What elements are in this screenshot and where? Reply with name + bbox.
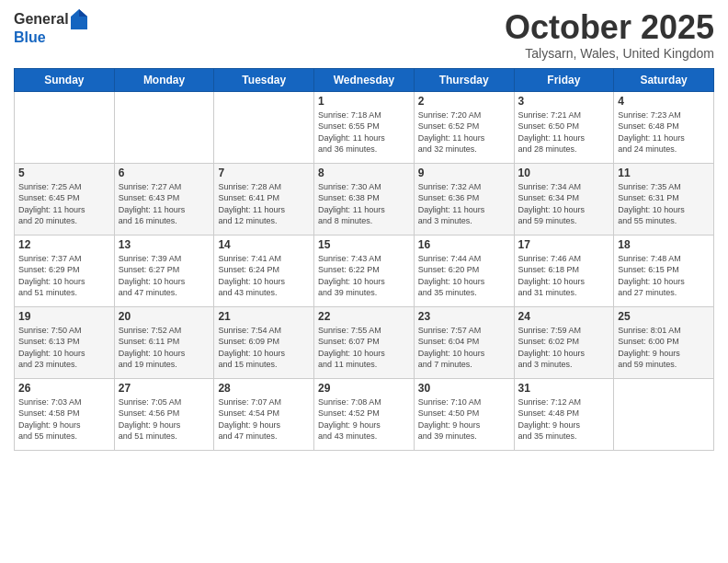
table-cell: 9Sunrise: 7:32 AM Sunset: 6:36 PM Daylig… <box>414 163 514 235</box>
table-cell: 24Sunrise: 7:59 AM Sunset: 6:02 PM Dayli… <box>514 306 614 378</box>
day-number: 8 <box>318 167 410 179</box>
calendar: Sunday Monday Tuesday Wednesday Thursday… <box>14 68 714 451</box>
day-info: Sunrise: 7:48 AM Sunset: 6:15 PM Dayligh… <box>618 253 710 299</box>
day-info: Sunrise: 7:37 AM Sunset: 6:29 PM Dayligh… <box>18 253 110 299</box>
svg-marker-1 <box>79 9 87 17</box>
table-cell: 25Sunrise: 8:01 AM Sunset: 6:00 PM Dayli… <box>614 306 714 378</box>
location: Talysarn, Wales, United Kingdom <box>505 46 714 61</box>
day-number: 18 <box>618 238 710 251</box>
day-info: Sunrise: 7:12 AM Sunset: 4:48 PM Dayligh… <box>518 396 610 442</box>
day-info: Sunrise: 7:54 AM Sunset: 6:09 PM Dayligh… <box>218 325 310 371</box>
table-cell: 17Sunrise: 7:46 AM Sunset: 6:18 PM Dayli… <box>514 235 614 306</box>
month-title: October 2025 <box>505 9 714 46</box>
day-number: 11 <box>618 167 710 179</box>
table-cell: 23Sunrise: 7:57 AM Sunset: 6:04 PM Dayli… <box>414 306 514 378</box>
table-cell: 13Sunrise: 7:39 AM Sunset: 6:27 PM Dayli… <box>114 235 214 306</box>
day-number: 1 <box>318 95 410 108</box>
table-cell: 21Sunrise: 7:54 AM Sunset: 6:09 PM Dayli… <box>214 306 314 378</box>
day-info: Sunrise: 7:32 AM Sunset: 6:36 PM Dayligh… <box>418 181 510 227</box>
day-info: Sunrise: 7:52 AM Sunset: 6:11 PM Dayligh… <box>119 325 210 371</box>
table-cell: 4Sunrise: 7:23 AM Sunset: 6:48 PM Daylig… <box>614 91 714 163</box>
day-number: 16 <box>418 238 510 251</box>
day-number: 9 <box>418 167 510 179</box>
day-info: Sunrise: 7:08 AM Sunset: 4:52 PM Dayligh… <box>318 396 410 442</box>
table-cell: 27Sunrise: 7:05 AM Sunset: 4:56 PM Dayli… <box>114 378 214 450</box>
day-info: Sunrise: 7:07 AM Sunset: 4:54 PM Dayligh… <box>218 396 310 442</box>
page-container: General Blue October 2025 Talysarn, Wale… <box>0 0 728 460</box>
table-cell: 15Sunrise: 7:43 AM Sunset: 6:22 PM Dayli… <box>314 235 415 306</box>
day-number: 3 <box>518 95 610 108</box>
day-number: 17 <box>518 238 610 251</box>
day-number: 24 <box>518 310 610 323</box>
day-number: 12 <box>18 238 110 251</box>
day-number: 2 <box>418 95 510 108</box>
day-info: Sunrise: 7:41 AM Sunset: 6:24 PM Dayligh… <box>218 253 310 299</box>
day-number: 21 <box>218 310 310 323</box>
table-cell: 3Sunrise: 7:21 AM Sunset: 6:50 PM Daylig… <box>514 91 614 163</box>
day-info: Sunrise: 7:18 AM Sunset: 6:55 PM Dayligh… <box>318 109 410 155</box>
logo-general: General <box>14 11 69 28</box>
day-info: Sunrise: 7:23 AM Sunset: 6:48 PM Dayligh… <box>618 109 710 155</box>
table-cell <box>114 91 214 163</box>
table-cell: 11Sunrise: 7:35 AM Sunset: 6:31 PM Dayli… <box>614 163 714 235</box>
day-number: 4 <box>618 95 710 108</box>
day-number: 22 <box>318 310 410 323</box>
table-cell: 8Sunrise: 7:30 AM Sunset: 6:38 PM Daylig… <box>314 163 415 235</box>
table-cell: 26Sunrise: 7:03 AM Sunset: 4:58 PM Dayli… <box>15 378 115 450</box>
day-info: Sunrise: 7:46 AM Sunset: 6:18 PM Dayligh… <box>518 253 610 299</box>
day-info: Sunrise: 7:05 AM Sunset: 4:56 PM Dayligh… <box>119 396 210 442</box>
col-tuesday: Tuesday <box>214 68 314 91</box>
table-cell: 29Sunrise: 7:08 AM Sunset: 4:52 PM Dayli… <box>314 378 415 450</box>
day-number: 15 <box>318 238 410 251</box>
week-row-1: 1Sunrise: 7:18 AM Sunset: 6:55 PM Daylig… <box>15 91 714 163</box>
day-info: Sunrise: 7:10 AM Sunset: 4:50 PM Dayligh… <box>418 396 510 442</box>
day-info: Sunrise: 7:21 AM Sunset: 6:50 PM Dayligh… <box>518 109 610 155</box>
logo: General Blue <box>14 9 87 46</box>
day-number: 10 <box>518 167 610 179</box>
table-cell <box>15 91 115 163</box>
table-cell: 18Sunrise: 7:48 AM Sunset: 6:15 PM Dayli… <box>614 235 714 306</box>
day-info: Sunrise: 7:30 AM Sunset: 6:38 PM Dayligh… <box>318 181 410 227</box>
day-info: Sunrise: 8:01 AM Sunset: 6:00 PM Dayligh… <box>618 325 710 371</box>
table-cell: 28Sunrise: 7:07 AM Sunset: 4:54 PM Dayli… <box>214 378 314 450</box>
day-number: 20 <box>119 310 210 323</box>
day-number: 31 <box>518 382 610 395</box>
table-cell: 1Sunrise: 7:18 AM Sunset: 6:55 PM Daylig… <box>314 91 415 163</box>
table-cell: 20Sunrise: 7:52 AM Sunset: 6:11 PM Dayli… <box>114 306 214 378</box>
logo-icon <box>71 9 87 29</box>
day-info: Sunrise: 7:28 AM Sunset: 6:41 PM Dayligh… <box>218 181 310 227</box>
day-info: Sunrise: 7:57 AM Sunset: 6:04 PM Dayligh… <box>418 325 510 371</box>
table-cell: 12Sunrise: 7:37 AM Sunset: 6:29 PM Dayli… <box>15 235 115 306</box>
day-number: 19 <box>18 310 110 323</box>
day-info: Sunrise: 7:55 AM Sunset: 6:07 PM Dayligh… <box>318 325 410 371</box>
day-number: 30 <box>418 382 510 395</box>
table-cell: 22Sunrise: 7:55 AM Sunset: 6:07 PM Dayli… <box>314 306 415 378</box>
day-info: Sunrise: 7:25 AM Sunset: 6:45 PM Dayligh… <box>18 181 110 227</box>
day-number: 23 <box>418 310 510 323</box>
col-saturday: Saturday <box>614 68 714 91</box>
day-number: 26 <box>18 382 110 395</box>
table-cell: 16Sunrise: 7:44 AM Sunset: 6:20 PM Dayli… <box>414 235 514 306</box>
logo-blue: Blue <box>14 29 87 46</box>
table-cell: 6Sunrise: 7:27 AM Sunset: 6:43 PM Daylig… <box>114 163 214 235</box>
table-cell: 14Sunrise: 7:41 AM Sunset: 6:24 PM Dayli… <box>214 235 314 306</box>
col-sunday: Sunday <box>15 68 115 91</box>
table-cell: 19Sunrise: 7:50 AM Sunset: 6:13 PM Dayli… <box>15 306 115 378</box>
day-number: 25 <box>618 310 710 323</box>
week-row-2: 5Sunrise: 7:25 AM Sunset: 6:45 PM Daylig… <box>15 163 714 235</box>
day-info: Sunrise: 7:20 AM Sunset: 6:52 PM Dayligh… <box>418 109 510 155</box>
day-number: 7 <box>218 167 310 179</box>
table-cell: 5Sunrise: 7:25 AM Sunset: 6:45 PM Daylig… <box>15 163 115 235</box>
table-cell: 7Sunrise: 7:28 AM Sunset: 6:41 PM Daylig… <box>214 163 314 235</box>
day-info: Sunrise: 7:35 AM Sunset: 6:31 PM Dayligh… <box>618 181 710 227</box>
day-info: Sunrise: 7:50 AM Sunset: 6:13 PM Dayligh… <box>18 325 110 371</box>
day-info: Sunrise: 7:59 AM Sunset: 6:02 PM Dayligh… <box>518 325 610 371</box>
day-number: 6 <box>119 167 210 179</box>
col-friday: Friday <box>514 68 614 91</box>
day-number: 5 <box>18 167 110 179</box>
logo-text: General Blue <box>14 9 87 46</box>
day-info: Sunrise: 7:34 AM Sunset: 6:34 PM Dayligh… <box>518 181 610 227</box>
table-cell: 2Sunrise: 7:20 AM Sunset: 6:52 PM Daylig… <box>414 91 514 163</box>
week-row-5: 26Sunrise: 7:03 AM Sunset: 4:58 PM Dayli… <box>15 378 714 450</box>
col-monday: Monday <box>114 68 214 91</box>
